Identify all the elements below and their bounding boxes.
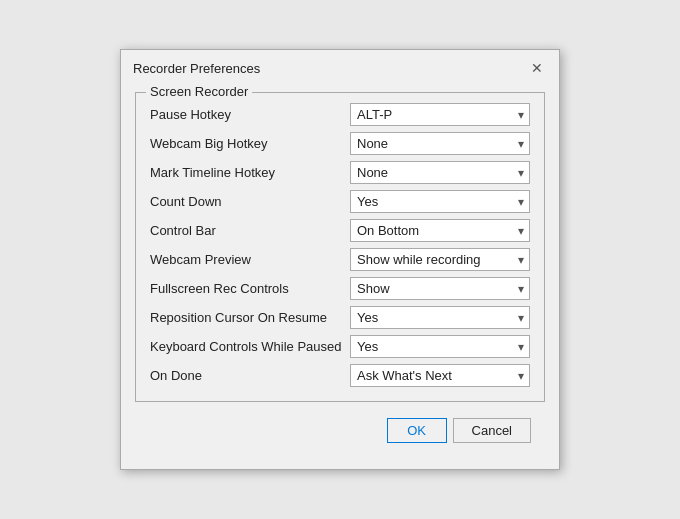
select-wrapper: ALT-PNoneALT-1ALT-2 <box>350 103 530 126</box>
preference-row: Control BarOn BottomOn TopNone <box>150 219 530 242</box>
dropdown-3[interactable]: YesNo <box>350 190 530 213</box>
row-label: Pause Hotkey <box>150 107 350 122</box>
row-label: Webcam Preview <box>150 252 350 267</box>
row-label: Keyboard Controls While Paused <box>150 339 350 354</box>
dropdown-2[interactable]: NoneALT-MALT-1 <box>350 161 530 184</box>
row-label: Reposition Cursor On Resume <box>150 310 350 325</box>
select-wrapper: Show while recordingShow recordingHide <box>350 248 530 271</box>
dialog-title: Recorder Preferences <box>133 61 260 76</box>
group-label: Screen Recorder <box>146 84 252 99</box>
select-wrapper: Ask What's NextStopContinue <box>350 364 530 387</box>
row-label: On Done <box>150 368 350 383</box>
select-wrapper: On BottomOn TopNone <box>350 219 530 242</box>
row-control-wrapper: YesNo <box>350 190 530 213</box>
select-wrapper: NoneALT-WALT-1 <box>350 132 530 155</box>
screen-recorder-group: Screen Recorder Pause HotkeyALT-PNoneALT… <box>135 92 545 402</box>
dialog-footer: OK Cancel <box>135 414 545 457</box>
select-wrapper: YesNo <box>350 335 530 358</box>
title-bar: Recorder Preferences ✕ <box>121 50 559 84</box>
row-label: Webcam Big Hotkey <box>150 136 350 151</box>
row-control-wrapper: NoneALT-WALT-1 <box>350 132 530 155</box>
dropdown-7[interactable]: YesNo <box>350 306 530 329</box>
row-label: Fullscreen Rec Controls <box>150 281 350 296</box>
dialog-body: Screen Recorder Pause HotkeyALT-PNoneALT… <box>121 84 559 469</box>
cancel-button[interactable]: Cancel <box>453 418 531 443</box>
preference-row: On DoneAsk What's NextStopContinue <box>150 364 530 387</box>
preference-row: Fullscreen Rec ControlsShowHide <box>150 277 530 300</box>
row-control-wrapper: Show while recordingShow recordingHide <box>350 248 530 271</box>
dropdown-6[interactable]: ShowHide <box>350 277 530 300</box>
select-wrapper: YesNo <box>350 190 530 213</box>
row-control-wrapper: ALT-PNoneALT-1ALT-2 <box>350 103 530 126</box>
dropdown-8[interactable]: YesNo <box>350 335 530 358</box>
preference-row: Pause HotkeyALT-PNoneALT-1ALT-2 <box>150 103 530 126</box>
preference-row: Webcam Big HotkeyNoneALT-WALT-1 <box>150 132 530 155</box>
ok-button[interactable]: OK <box>387 418 447 443</box>
close-button[interactable]: ✕ <box>527 58 547 78</box>
recorder-preferences-dialog: Recorder Preferences ✕ Screen Recorder P… <box>120 49 560 470</box>
dropdown-5[interactable]: Show while recordingShow recordingHide <box>350 248 530 271</box>
preference-row: Webcam PreviewShow while recordingShow r… <box>150 248 530 271</box>
dropdown-4[interactable]: On BottomOn TopNone <box>350 219 530 242</box>
dropdown-0[interactable]: ALT-PNoneALT-1ALT-2 <box>350 103 530 126</box>
select-wrapper: ShowHide <box>350 277 530 300</box>
row-control-wrapper: On BottomOn TopNone <box>350 219 530 242</box>
preference-row: Mark Timeline HotkeyNoneALT-MALT-1 <box>150 161 530 184</box>
row-control-wrapper: NoneALT-MALT-1 <box>350 161 530 184</box>
dropdown-1[interactable]: NoneALT-WALT-1 <box>350 132 530 155</box>
row-control-wrapper: ShowHide <box>350 277 530 300</box>
select-wrapper: YesNo <box>350 306 530 329</box>
row-control-wrapper: Ask What's NextStopContinue <box>350 364 530 387</box>
row-label: Count Down <box>150 194 350 209</box>
preference-row: Keyboard Controls While PausedYesNo <box>150 335 530 358</box>
preference-row: Reposition Cursor On ResumeYesNo <box>150 306 530 329</box>
dropdown-9[interactable]: Ask What's NextStopContinue <box>350 364 530 387</box>
row-label: Control Bar <box>150 223 350 238</box>
row-label: Mark Timeline Hotkey <box>150 165 350 180</box>
row-control-wrapper: YesNo <box>350 306 530 329</box>
select-wrapper: NoneALT-MALT-1 <box>350 161 530 184</box>
preference-row: Count DownYesNo <box>150 190 530 213</box>
row-control-wrapper: YesNo <box>350 335 530 358</box>
